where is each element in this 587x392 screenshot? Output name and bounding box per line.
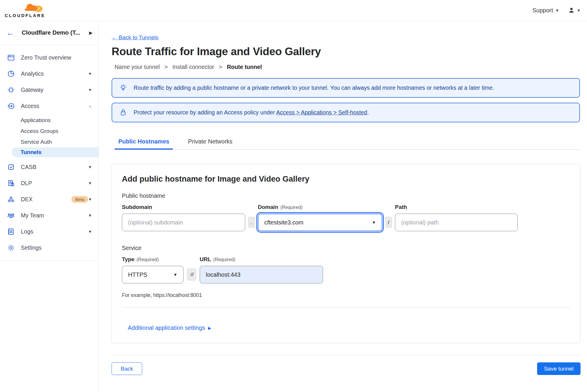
sidebar-item-analytics[interactable]: Analytics ▼: [0, 66, 98, 82]
sub-item-label: Tunnels: [21, 149, 41, 156]
chevron-down-icon: ▼: [88, 165, 92, 169]
access-applications-self-hosted-link[interactable]: Access > Applications > Self-hosted: [276, 109, 367, 116]
step-install-connector[interactable]: Install connector: [172, 64, 214, 70]
dex-network-icon: [7, 195, 15, 203]
public-hostname-section-label: Public hostname: [122, 192, 570, 199]
sidebar-item-label: Gateway: [21, 87, 88, 93]
sidebar-item-gateway[interactable]: Gateway ▼: [0, 82, 98, 98]
sidebar-item-dlp[interactable]: DLP ▼: [0, 175, 98, 191]
sidebar-item-label: Analytics: [21, 70, 88, 77]
chevron-down-icon: ▼: [88, 88, 92, 92]
wizard-steps: Name your tunnel > Install connector > R…: [112, 64, 580, 70]
back-button[interactable]: Back: [112, 362, 142, 375]
sidebar-item-access[interactable]: Access ▲: [0, 98, 98, 114]
access-subnav: Applications Access Groups Service Auth …: [0, 114, 98, 159]
sidebar-item-label: CASB: [21, 164, 88, 170]
sidebar-item-logs[interactable]: Logs ▼: [0, 224, 98, 240]
sidebar-item-my-team[interactable]: My Team ▼: [0, 207, 98, 224]
page-title: Route Traffic for Image and Video Galler…: [112, 45, 580, 58]
hostname-field-row: Subdomain . Domain(Required) cftestsite3…: [122, 204, 570, 231]
dot-separator: .: [248, 217, 255, 228]
protect-banner: Protect your resource by adding an Acces…: [112, 103, 580, 122]
document-lock-icon: [7, 179, 15, 187]
domain-label: Domain(Required): [258, 204, 382, 210]
sidebar-item-access-groups[interactable]: Access Groups: [0, 126, 98, 136]
team-icon: [7, 212, 15, 219]
sidebar-item-applications[interactable]: Applications: [0, 115, 98, 126]
service-type-value: HTTPS: [128, 271, 147, 278]
tab-private-networks[interactable]: Private Networks: [184, 138, 236, 149]
service-type-select[interactable]: HTTPS ▼: [122, 266, 184, 283]
chevron-right-icon[interactable]: ▶: [89, 30, 92, 36]
card-title: Add public hostname for Image and Video …: [122, 175, 570, 184]
type-label: Type(Required): [122, 256, 184, 263]
tab-public-hostnames[interactable]: Public Hostnames: [115, 138, 173, 149]
domain-field-group: Domain(Required) cftestsite3.com ▼: [258, 204, 382, 231]
sidebar-item-settings[interactable]: Settings: [0, 240, 98, 256]
domain-select[interactable]: cftestsite3.com ▼: [258, 214, 382, 231]
sidebar-item-service-auth[interactable]: Service Auth: [0, 136, 98, 147]
type-field-group: Type(Required) HTTPS ▼: [122, 256, 184, 283]
domain-label-text: Domain: [258, 204, 278, 210]
chevron-right-icon: ▶: [208, 326, 211, 330]
required-hint: (Required): [213, 257, 236, 262]
cloudflare-wordmark: CLOUDFLARE: [5, 13, 46, 18]
beta-badge: Beta: [71, 196, 88, 203]
sidebar-nav: Zero Trust overview Analytics ▼ Gateway …: [0, 45, 98, 261]
step-name-your-tunnel[interactable]: Name your tunnel: [115, 64, 160, 70]
user-menu[interactable]: ▼: [568, 7, 581, 14]
subdomain-input[interactable]: [122, 214, 245, 231]
service-field-row: Type(Required) HTTPS ▼ :// URL(Required): [122, 256, 570, 283]
sub-item-label: Service Auth: [21, 139, 52, 145]
cloudflare-logo[interactable]: CLOUDFLARE: [5, 3, 46, 18]
additional-application-settings-link[interactable]: Additional application settings ▶: [128, 325, 211, 331]
tab-bar: Public Hostnames Private Networks: [112, 138, 580, 150]
protect-banner-text: Protect your resource by adding an Acces…: [134, 109, 369, 116]
url-label-text: URL: [200, 256, 211, 262]
gateway-icon: [7, 86, 15, 94]
sidebar-item-tunnels[interactable]: Tunnels: [12, 147, 98, 157]
support-menu[interactable]: Support ▼: [532, 7, 559, 14]
save-tunnel-button[interactable]: Save tunnel: [537, 362, 581, 375]
chevron-down-icon: ▼: [88, 181, 92, 185]
sidebar-item-label: Zero Trust overview: [21, 54, 92, 61]
protect-banner-prefix: Protect your resource by adding an Acces…: [134, 109, 275, 116]
slash-separator: /: [385, 217, 392, 228]
support-label: Support: [532, 7, 553, 14]
url-example-hint: For example, https://localhost:8001: [122, 292, 570, 298]
card-divider: [122, 307, 570, 307]
type-label-text: Type: [122, 256, 134, 262]
select-arrow-icon: ▼: [173, 272, 177, 277]
cloudflare-cloud-icon: [23, 3, 43, 13]
sub-item-label: Access Groups: [21, 128, 58, 134]
sidebar-divider: [0, 261, 98, 261]
url-field-group: URL(Required): [200, 256, 323, 283]
sub-item-label: Applications: [21, 117, 51, 124]
sidebar-item-dex[interactable]: DEX Beta ▼: [0, 191, 98, 207]
service-url-input[interactable]: [200, 266, 323, 283]
chevron-down-icon: ▼: [88, 229, 92, 234]
back-arrow-icon[interactable]: ←: [6, 29, 14, 37]
sidebar-item-casb[interactable]: CASB ▼: [0, 159, 98, 175]
domain-select-value: cftestsite3.com: [264, 219, 303, 226]
chevron-down-icon: ▼: [555, 8, 559, 13]
chevron-down-icon: ▼: [577, 8, 581, 13]
scheme-separator: ://: [187, 268, 196, 281]
subdomain-label: Subdomain: [122, 204, 245, 210]
url-label: URL(Required): [200, 256, 323, 263]
sidebar-item-label: Settings: [21, 244, 92, 251]
required-hint: (Required): [280, 205, 303, 210]
wizard-footer: Back Save tunnel: [112, 355, 581, 375]
logs-icon: [7, 228, 15, 236]
service-section-label: Service: [122, 245, 570, 251]
window-icon: [7, 54, 15, 62]
sidebar-item-zero-trust-overview[interactable]: Zero Trust overview: [0, 50, 98, 66]
main-content: ← Back to Tunnels Route Traffic for Imag…: [99, 21, 587, 392]
subdomain-field-group: Subdomain: [122, 204, 245, 231]
path-input[interactable]: [395, 214, 518, 231]
chevron-down-icon: ▼: [88, 197, 92, 202]
account-switcher[interactable]: ← Cloudflare Demo (T... ▶: [0, 21, 98, 45]
chevron-down-icon: ▼: [88, 213, 92, 218]
back-to-tunnels-link[interactable]: ← Back to Tunnels: [112, 34, 158, 41]
select-arrow-icon: ▼: [372, 220, 376, 225]
